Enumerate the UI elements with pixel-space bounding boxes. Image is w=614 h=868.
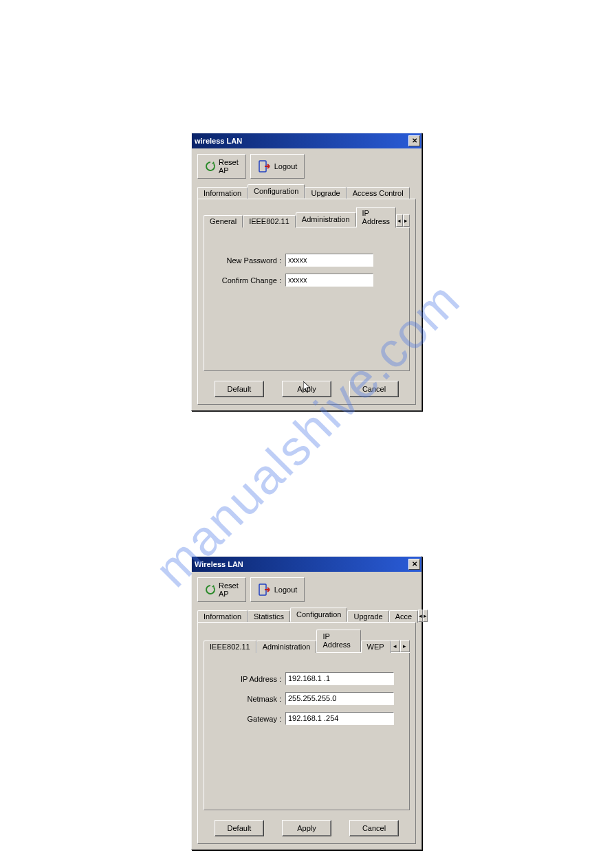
refresh-icon — [205, 584, 216, 595]
netmask-label: Netmask : — [212, 695, 281, 703]
main-tab-row: Information Statistics Configuration Upg… — [197, 608, 416, 623]
tab-information[interactable]: Information — [197, 187, 248, 199]
tab-scroll-right[interactable]: ▸ — [400, 640, 410, 652]
gateway-input[interactable]: 192.168.1 .254 — [285, 712, 394, 725]
tab-statistics[interactable]: Statistics — [248, 610, 290, 623]
titlebar: wireless LAN ✕ — [192, 133, 421, 148]
ip-address-label: IP Address : — [212, 675, 281, 683]
tab-scroll-left[interactable]: ◂ — [418, 610, 423, 622]
reset-label-2: AP — [219, 166, 239, 175]
subtab-ieee80211[interactable]: IEEE802.11 — [243, 215, 296, 227]
tab-information[interactable]: Information — [197, 610, 248, 623]
reset-label-1: Reset — [219, 158, 239, 166]
subtab-ip-address[interactable]: IP Address — [356, 207, 396, 227]
reset-ap-button[interactable]: Reset AP — [197, 154, 246, 179]
chevron-left-icon: ◂ — [393, 643, 397, 649]
reset-label-2: AP — [219, 590, 239, 598]
logout-button[interactable]: Logout — [250, 154, 305, 179]
window-admin-password: wireless LAN ✕ Reset AP Logout — [191, 133, 422, 411]
close-button[interactable]: ✕ — [408, 559, 420, 570]
apply-button[interactable]: Apply — [282, 381, 331, 397]
sub-tab-row: General IEEE802.11 Administration IP Add… — [204, 206, 410, 227]
subtab-administration[interactable]: Administration — [296, 212, 356, 227]
close-button[interactable]: ✕ — [408, 135, 420, 146]
tab-access-control[interactable]: Access Control — [347, 187, 410, 199]
window-ip-address: Wireless LAN ✕ Reset AP Logout — [191, 556, 422, 850]
cancel-button[interactable]: Cancel — [349, 820, 399, 836]
tab-scroll-left[interactable]: ◂ — [396, 214, 403, 227]
tab-configuration[interactable]: Configuration — [290, 608, 347, 622]
tab-access-truncated[interactable]: Acce — [389, 610, 418, 623]
apply-button[interactable]: Apply — [282, 820, 331, 836]
tab-scroll-left[interactable]: ◂ — [391, 640, 400, 652]
logout-icon — [258, 159, 272, 173]
reset-label-1: Reset — [219, 581, 239, 590]
logout-button[interactable]: Logout — [250, 577, 305, 602]
close-icon: ✕ — [412, 137, 417, 144]
window-title: wireless LAN — [195, 137, 242, 145]
logout-icon — [258, 583, 272, 597]
subtab-ieee80211[interactable]: IEEE802.11 — [204, 641, 256, 653]
logout-label: Logout — [274, 586, 298, 594]
titlebar: Wireless LAN ✕ — [192, 557, 421, 572]
chevron-left-icon: ◂ — [419, 612, 422, 619]
sub-tab-row: IEEE802.11 Administration IP Address WEP… — [204, 630, 410, 653]
tab-scroll-right[interactable]: ▸ — [423, 610, 428, 622]
subtab-wep[interactable]: WEP — [361, 641, 391, 653]
default-button[interactable]: Default — [215, 820, 264, 836]
confirm-change-input[interactable]: xxxxx — [285, 274, 373, 287]
netmask-input[interactable]: 255.255.255.0 — [285, 692, 394, 705]
subtab-ip-address[interactable]: IP Address — [316, 630, 360, 652]
tab-upgrade[interactable]: Upgrade — [305, 187, 346, 199]
confirm-change-label: Confirm Change : — [212, 276, 281, 285]
tab-upgrade[interactable]: Upgrade — [347, 610, 388, 623]
gateway-label: Gateway : — [212, 715, 281, 723]
logout-label: Logout — [274, 162, 298, 170]
chevron-right-icon: ▸ — [403, 643, 406, 649]
chevron-right-icon: ▸ — [424, 612, 427, 619]
chevron-left-icon: ◂ — [397, 217, 401, 224]
chevron-right-icon: ▸ — [404, 217, 408, 224]
close-icon: ✕ — [412, 561, 417, 568]
default-button[interactable]: Default — [215, 381, 264, 397]
ip-address-input[interactable]: 192.168.1 .1 — [285, 672, 394, 685]
refresh-icon — [205, 161, 216, 172]
main-tab-row: Information Configuration Upgrade Access… — [197, 184, 416, 199]
tab-configuration[interactable]: Configuration — [248, 184, 305, 199]
tab-scroll-right[interactable]: ▸ — [403, 214, 410, 227]
reset-ap-button[interactable]: Reset AP — [197, 577, 246, 602]
window-title: Wireless LAN — [195, 560, 243, 568]
subtab-administration[interactable]: Administration — [256, 641, 317, 653]
subtab-general[interactable]: General — [204, 215, 243, 227]
new-password-label: New Password : — [212, 256, 281, 265]
cancel-button[interactable]: Cancel — [349, 381, 399, 397]
new-password-input[interactable]: xxxxx — [285, 254, 373, 267]
